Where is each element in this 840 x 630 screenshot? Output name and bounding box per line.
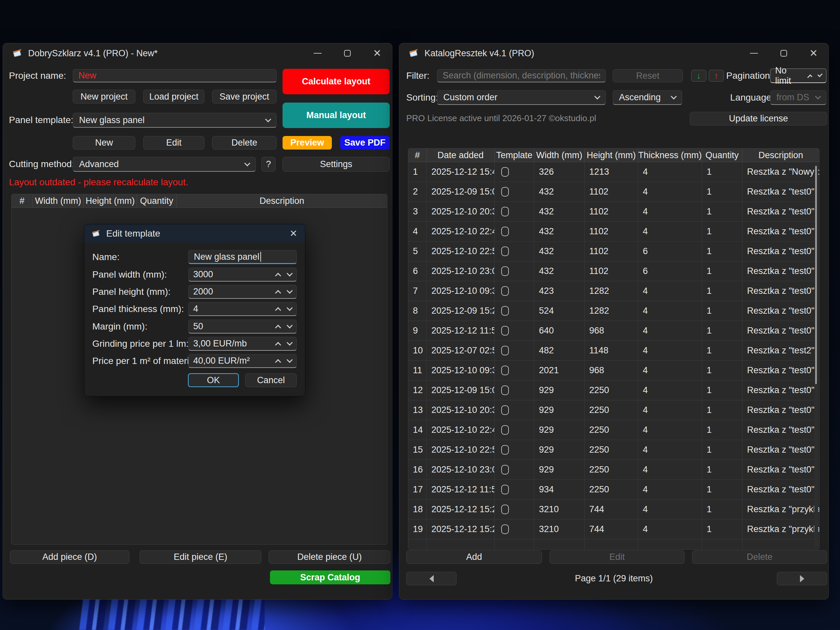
edit-button[interactable]: Edit xyxy=(549,550,685,564)
table-row[interactable]: 62025-12-10 23:07432110261Resztka z "tes… xyxy=(408,261,819,281)
save-project-button[interactable]: Save project xyxy=(212,90,276,104)
table-row[interactable]: 112025-12-10 09:39202196841Resztka z "te… xyxy=(408,361,819,381)
table-row[interactable]: 152025-12-10 22:59929225041Resztka z "te… xyxy=(408,440,819,460)
language-select[interactable]: from DS xyxy=(770,90,826,105)
template-checkbox[interactable] xyxy=(501,485,509,494)
table-row[interactable]: 172025-12-12 11:57934225041Resztka z "te… xyxy=(408,480,819,500)
template-checkbox[interactable] xyxy=(501,405,509,415)
chevron-down-icon[interactable] xyxy=(286,287,292,294)
panel-thickness-spinner[interactable]: 4 xyxy=(188,302,297,316)
template-checkbox[interactable] xyxy=(501,326,509,336)
chevron-down-icon[interactable] xyxy=(286,270,292,276)
table-row[interactable]: 182025-12-12 15:29321074441Resztka z "pr… xyxy=(408,500,819,519)
update-license-button[interactable]: Update license xyxy=(690,112,827,125)
maximize-button[interactable] xyxy=(769,43,799,63)
save-pdf-button[interactable]: Save PDF xyxy=(340,136,390,150)
chevron-down-icon[interactable] xyxy=(818,72,823,77)
manual-layout-button[interactable]: Manual layout xyxy=(283,103,390,128)
column-header[interactable]: Height (mm) xyxy=(84,194,137,207)
chevron-down-icon[interactable] xyxy=(286,357,292,363)
column-header[interactable]: Description xyxy=(742,148,819,162)
chevron-up-icon[interactable] xyxy=(275,325,281,330)
template-checkbox[interactable] xyxy=(501,306,509,316)
table-row[interactable]: 32025-12-10 20:30432110241Resztka z "tes… xyxy=(408,202,819,222)
search-input[interactable] xyxy=(437,69,606,82)
delete-button[interactable]: Delete xyxy=(692,550,827,564)
template-checkbox[interactable] xyxy=(501,465,509,474)
column-header[interactable]: Thickness (mm) xyxy=(638,148,702,162)
template-checkbox[interactable] xyxy=(501,366,509,375)
close-button[interactable]: ✕ xyxy=(799,43,829,63)
column-header[interactable]: Quantity xyxy=(702,148,742,162)
column-header[interactable]: Width (mm) xyxy=(33,194,84,207)
template-checkbox[interactable] xyxy=(501,524,509,534)
template-delete-button[interactable]: Delete xyxy=(212,136,276,150)
column-header[interactable]: Template xyxy=(494,148,534,162)
template-checkbox[interactable] xyxy=(501,505,509,514)
column-header[interactable]: Height (mm) xyxy=(584,148,638,162)
load-project-button[interactable]: Load project xyxy=(143,90,204,104)
chevron-up-icon[interactable] xyxy=(275,290,281,296)
reset-button[interactable]: Reset xyxy=(613,69,683,82)
table-row[interactable]: 42025-12-10 22:46432110241Resztka z "tes… xyxy=(408,222,819,242)
template-checkbox[interactable] xyxy=(501,187,509,197)
panel-template-select[interactable]: New glass panel xyxy=(73,113,276,128)
chevron-up-icon[interactable] xyxy=(275,359,281,365)
help-button[interactable]: ? xyxy=(261,157,276,172)
grinding-price-spinner[interactable]: 3,00 EUR/mb xyxy=(188,337,297,351)
new-project-button[interactable]: New project xyxy=(73,90,135,104)
edit-piece-button[interactable]: Edit piece (E) xyxy=(140,550,261,564)
material-price-spinner[interactable]: 40,00 EUR/m² xyxy=(188,354,297,368)
minimize-button[interactable] xyxy=(303,43,333,63)
table-row[interactable]: 102025-12-07 02:56482114841Resztka z "te… xyxy=(408,341,819,361)
table-row[interactable]: 22025-12-09 15:09432110241Resztka z "tes… xyxy=(408,182,819,202)
maximize-button[interactable] xyxy=(333,43,362,63)
chevron-down-icon[interactable] xyxy=(286,322,292,328)
pagination-spinner[interactable]: No limit xyxy=(770,68,826,83)
scrap-catalog-button[interactable]: Scrap Catalog xyxy=(270,570,390,584)
template-checkbox[interactable] xyxy=(501,385,509,395)
template-checkbox[interactable] xyxy=(501,227,509,236)
column-header[interactable]: # xyxy=(11,194,33,207)
table-row[interactable]: 142025-12-10 22:46929225041Resztka z "te… xyxy=(408,420,819,440)
chevron-down-icon[interactable] xyxy=(286,339,292,346)
table-row[interactable]: 162025-12-10 23:07929225041Resztka z "te… xyxy=(408,460,819,480)
scrollbar-thumb[interactable] xyxy=(815,166,817,384)
add-button[interactable]: Add xyxy=(406,550,542,564)
sort-order-select[interactable]: Ascending xyxy=(613,90,682,105)
add-piece-button[interactable]: Add piece (D) xyxy=(10,550,129,564)
template-checkbox[interactable] xyxy=(501,207,509,216)
preview-button[interactable]: Preview xyxy=(283,136,332,150)
sorting-select[interactable]: Custom order xyxy=(437,90,606,105)
dialog-close-button[interactable]: ✕ xyxy=(282,224,305,243)
cancel-button[interactable]: Cancel xyxy=(245,373,297,387)
chevron-down-icon[interactable] xyxy=(286,305,292,311)
template-checkbox[interactable] xyxy=(501,445,509,455)
chevron-up-icon[interactable] xyxy=(275,307,281,313)
table-row[interactable]: 52025-12-10 22:59432110261Resztka z "tes… xyxy=(408,242,819,261)
import-button[interactable]: ↓ xyxy=(691,70,706,82)
table-row[interactable]: 82025-12-09 15:28524128241Resztka z "tes… xyxy=(408,301,819,321)
next-page-button[interactable] xyxy=(777,572,827,585)
column-header[interactable]: Width (mm) xyxy=(534,148,584,162)
template-checkbox[interactable] xyxy=(501,266,509,276)
template-checkbox[interactable] xyxy=(501,167,509,177)
table-row[interactable]: 92025-12-12 11:5764096841Resztka z "test… xyxy=(408,321,819,341)
column-header[interactable]: # xyxy=(408,148,427,162)
minimize-button[interactable] xyxy=(739,43,769,63)
export-button[interactable]: ↑ xyxy=(709,70,724,82)
chevron-up-icon[interactable] xyxy=(807,74,812,80)
template-checkbox[interactable] xyxy=(501,286,509,296)
column-header[interactable]: Description xyxy=(177,194,387,207)
close-button[interactable]: ✕ xyxy=(362,43,392,63)
template-edit-button[interactable]: Edit xyxy=(143,136,204,150)
name-input[interactable]: New glass panel xyxy=(188,250,297,264)
table-row[interactable]: 132025-12-10 20:30929225041Resztka z "te… xyxy=(408,400,819,420)
project-name-input[interactable] xyxy=(73,69,276,82)
chevron-up-icon[interactable] xyxy=(275,273,281,279)
table-row[interactable]: 12025-12-12 15:45326121341Resztka z "Now… xyxy=(408,162,819,182)
template-checkbox[interactable] xyxy=(501,246,509,256)
table-row[interactable]: 122025-12-09 15:09929225041Resztka z "te… xyxy=(408,381,819,400)
margin-spinner[interactable]: 50 xyxy=(188,320,297,333)
column-header[interactable]: Date added xyxy=(427,148,494,162)
